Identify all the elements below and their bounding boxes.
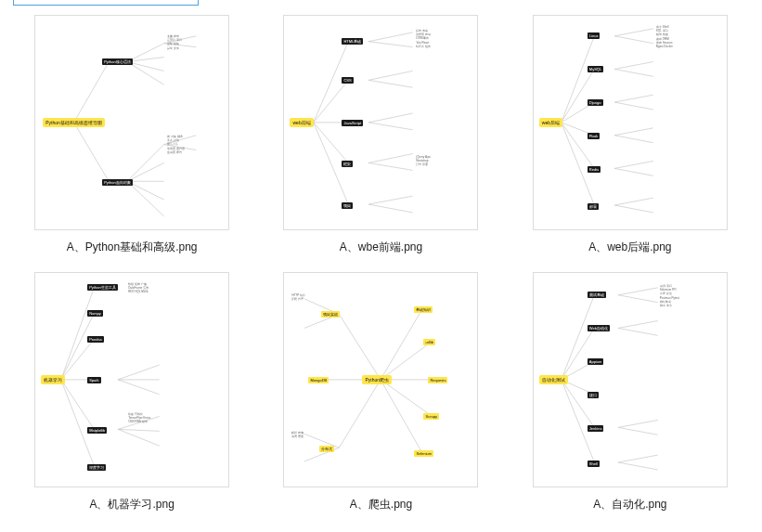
svg-line-6 xyxy=(127,145,164,182)
file-thumbnail: web前端 HTML基础 CSS JavaScript 框架 项目 标签 表单选… xyxy=(283,15,478,230)
file-item[interactable]: web前端 HTML基础 CSS JavaScript 框架 项目 标签 表单选… xyxy=(273,15,488,255)
mindmap-node: HTML基础 xyxy=(342,38,363,45)
svg-line-72 xyxy=(562,295,595,380)
svg-line-61 xyxy=(381,342,431,380)
svg-line-22 xyxy=(369,71,414,80)
mindmap-node: MySQL xyxy=(588,66,603,72)
svg-line-18 xyxy=(314,123,349,163)
mindmap-node: 项目 xyxy=(342,202,353,209)
svg-line-82 xyxy=(618,420,658,427)
file-name-label: A、web后端.png xyxy=(588,240,671,255)
svg-line-16 xyxy=(314,80,349,123)
svg-line-10 xyxy=(127,181,164,216)
svg-line-84 xyxy=(618,455,658,462)
svg-line-78 xyxy=(618,288,658,295)
mindmap-node: Numpy xyxy=(87,310,103,317)
mindmap-node: Scrapy xyxy=(423,413,438,420)
svg-line-43 xyxy=(614,136,653,143)
svg-line-20 xyxy=(369,32,414,42)
svg-line-60 xyxy=(381,310,422,380)
svg-line-83 xyxy=(618,427,658,435)
file-item[interactable]: 机器学习 Python生态工具 Numpy Pandas Spark Matpl… xyxy=(24,272,239,513)
file-item[interactable]: Python基础和高级思维导图 Python核心语法 Python面向对象 变量… xyxy=(24,15,239,255)
svg-line-53 xyxy=(61,380,95,466)
mindmap-node: Requests xyxy=(428,377,447,383)
svg-line-37 xyxy=(614,36,653,44)
mindmap-node: Python生态工具 xyxy=(87,284,117,291)
file-grid: Python基础和高级思维导图 Python核心语法 Python面向对象 变量… xyxy=(0,15,762,513)
svg-line-41 xyxy=(614,102,653,110)
svg-line-52 xyxy=(61,380,95,429)
file-thumbnail: Python基础和高级思维导图 Python核心语法 Python面向对象 变量… xyxy=(34,15,229,230)
mindmap-node: 项目实战 xyxy=(321,311,340,318)
mindmap-node: Jenkins xyxy=(588,425,604,432)
svg-line-81 xyxy=(618,328,658,335)
svg-line-34 xyxy=(562,123,595,169)
svg-line-38 xyxy=(614,62,653,70)
mindmap-node: Python核心语法 xyxy=(102,58,132,65)
svg-line-2 xyxy=(127,44,164,62)
svg-line-27 xyxy=(369,162,414,170)
file-item[interactable]: web后端 Linux MySQL Django Flask Redis 部署 … xyxy=(523,15,738,255)
svg-line-58 xyxy=(118,429,160,431)
file-item[interactable]: 自动化测试 测试基础 Web自动化 Appium 接口 Jenkins Shel… xyxy=(523,272,738,513)
svg-line-54 xyxy=(118,365,160,380)
svg-line-65 xyxy=(340,315,381,380)
mindmap-node: Python面向对象 xyxy=(102,179,132,186)
mindmap-node: Shell xyxy=(588,461,600,467)
file-name-label: A、爬虫.png xyxy=(350,497,412,513)
mindmap-node: Selenium xyxy=(414,450,433,457)
mindmap-node: Spark xyxy=(87,377,100,383)
mindmap-lines xyxy=(284,16,477,229)
svg-line-26 xyxy=(369,154,414,163)
mindmap-node: Django xyxy=(588,99,603,106)
mindmap-root: 自动化测试 xyxy=(539,375,568,384)
mindmap-lines xyxy=(534,16,727,229)
mindmap-node: Web自动化 xyxy=(588,325,610,331)
svg-line-64 xyxy=(381,380,422,452)
mindmap-node: MongoDB xyxy=(308,377,329,383)
file-name-label: A、wbe前端.png xyxy=(340,240,422,255)
svg-line-7 xyxy=(127,162,164,181)
mindmap-node: Redis xyxy=(588,166,601,173)
svg-line-46 xyxy=(614,198,653,205)
svg-line-3 xyxy=(127,58,164,62)
svg-line-4 xyxy=(127,62,164,71)
svg-line-49 xyxy=(61,314,95,380)
mindmap-node: Matplotlib xyxy=(87,427,107,434)
mindmap-root: 机器学习 xyxy=(41,375,65,384)
svg-line-59 xyxy=(118,429,160,446)
file-name-label: A、自动化.png xyxy=(593,497,666,513)
mindmap-node: Flask xyxy=(588,133,601,139)
svg-line-79 xyxy=(618,295,658,303)
mindmap-node: 接口 xyxy=(588,392,599,398)
mindmap-node: 框架 xyxy=(342,161,353,167)
file-thumbnail: Python爬虫 基础知识 urllib Requests Scrapy Sel… xyxy=(283,272,478,487)
svg-line-45 xyxy=(614,168,653,175)
svg-line-1 xyxy=(74,123,110,181)
mindmap-node: 部署 xyxy=(588,203,599,210)
svg-line-50 xyxy=(61,339,95,380)
mindmap-node: Pandas xyxy=(87,336,104,343)
svg-line-29 xyxy=(369,204,414,213)
mindmap-node: JavaScript xyxy=(342,120,363,126)
svg-line-80 xyxy=(618,321,658,329)
mindmap-root: web后端 xyxy=(539,118,562,127)
file-item[interactable]: Python爬虫 基础知识 urllib Requests Scrapy Sel… xyxy=(273,272,488,513)
svg-line-85 xyxy=(618,462,658,470)
svg-line-42 xyxy=(614,128,653,136)
svg-line-36 xyxy=(614,29,653,36)
svg-line-47 xyxy=(614,205,653,213)
mindmap-node: 测试基础 xyxy=(588,292,606,298)
svg-line-25 xyxy=(369,123,414,130)
file-name-label: A、机器学习.png xyxy=(89,497,174,513)
svg-line-44 xyxy=(614,161,653,168)
mindmap-root: web前端 xyxy=(290,118,313,127)
mindmap-node: 深度学习 xyxy=(87,464,106,471)
file-name-label: A、Python基础和高级.png xyxy=(67,240,198,255)
svg-line-21 xyxy=(369,42,414,47)
svg-line-5 xyxy=(127,62,164,85)
svg-line-0 xyxy=(74,62,110,123)
selected-item-fragment xyxy=(13,0,199,6)
svg-line-63 xyxy=(381,380,431,416)
